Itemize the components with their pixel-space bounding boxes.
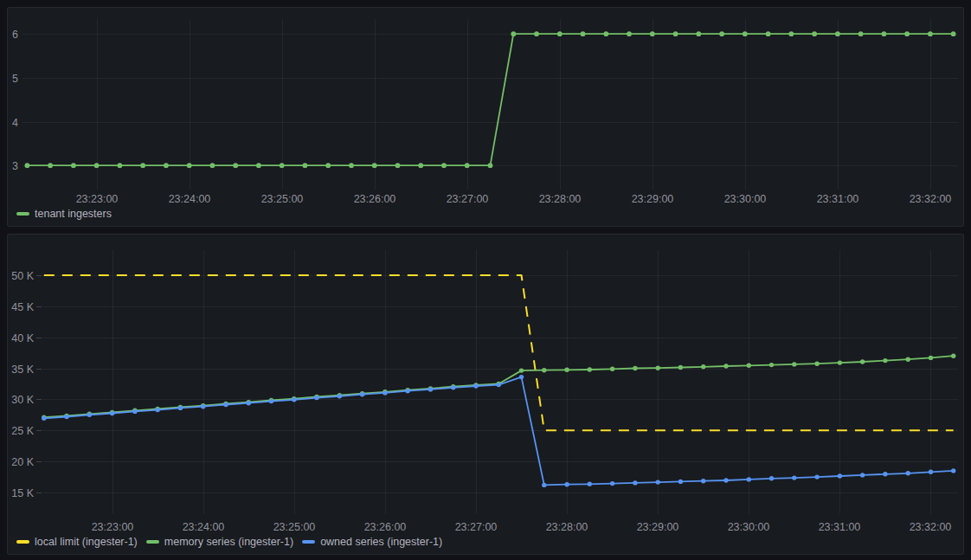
data-point	[465, 163, 470, 168]
x-tick-label: 23:23:00	[76, 193, 119, 205]
legend-ingester-series-limits: local limit (ingester-1)memory series (i…	[16, 535, 442, 549]
data-point	[418, 163, 423, 168]
grafana-dashboard: { "app": { "theme": { "page_bg": "#11121…	[0, 0, 971, 560]
y-tick-label: 5	[12, 73, 18, 85]
y-tick-label: 15 K	[11, 487, 34, 499]
chart-tenant-ingesters[interactable]: 23:23:0023:24:0023:25:0023:26:0023:27:00…	[8, 8, 963, 226]
data-point	[656, 480, 660, 484]
legend-item-tenant-ingesters[interactable]: tenant ingesters	[16, 207, 112, 221]
x-tick-label: 23:30:00	[728, 521, 770, 533]
legend-swatch-icon	[16, 540, 29, 544]
data-point	[673, 31, 678, 36]
data-point	[187, 163, 192, 168]
y-tick-label: 30 K	[11, 394, 34, 406]
data-point	[723, 478, 728, 482]
data-point	[633, 366, 637, 370]
data-point	[906, 471, 910, 475]
data-point	[519, 375, 524, 379]
chart-ingester-series-limits[interactable]: 23:23:0023:24:0023:25:0023:26:0023:27:00…	[8, 235, 963, 554]
data-point	[71, 163, 76, 168]
data-point	[610, 367, 614, 371]
data-point	[951, 31, 956, 36]
data-point	[325, 163, 331, 168]
legend-swatch-icon	[16, 212, 29, 216]
data-point	[292, 397, 296, 402]
data-point	[743, 31, 748, 36]
data-point	[534, 31, 539, 36]
data-point	[223, 402, 228, 407]
data-point	[766, 31, 771, 36]
data-point	[814, 362, 819, 366]
data-point	[610, 481, 614, 486]
data-point	[588, 367, 592, 371]
data-point	[132, 409, 137, 414]
data-point	[564, 482, 569, 486]
x-tick-label: 23:25:00	[273, 521, 316, 533]
data-point	[405, 389, 409, 393]
x-tick-label: 23:23:00	[92, 521, 134, 533]
legend-label: memory series (ingester-1)	[164, 535, 293, 549]
x-tick-label: 23:28:00	[546, 521, 588, 533]
x-axis: 23:23:0023:24:0023:25:0023:26:0023:27:00…	[92, 521, 952, 533]
x-tick-label: 23:27:00	[447, 193, 489, 205]
legend-swatch-icon	[146, 540, 159, 544]
data-point	[860, 359, 865, 364]
data-point	[788, 31, 794, 36]
data-point	[814, 474, 819, 479]
data-point	[542, 483, 546, 487]
x-tick-label: 23:32:00	[910, 521, 952, 533]
data-point	[951, 468, 955, 473]
data-point	[383, 390, 387, 395]
y-axis: 15 K20 K25 K30 K35 K40 K45 K50 K	[11, 270, 42, 499]
x-tick-label: 23:31:00	[817, 193, 859, 205]
data-point	[883, 358, 887, 363]
data-point	[678, 365, 683, 370]
series-tenant-ingesters	[25, 31, 956, 168]
data-point	[860, 473, 865, 477]
y-tick-label: 35 K	[11, 364, 34, 376]
data-point	[441, 163, 447, 168]
legend-item-owned-series-ingester-1[interactable]: owned series (ingester-1)	[302, 535, 442, 549]
data-point	[428, 387, 433, 391]
data-point	[542, 368, 546, 372]
legend-item-local-limit-ingester-1[interactable]: local limit (ingester-1)	[16, 535, 138, 549]
data-point	[678, 480, 683, 484]
data-point	[395, 163, 401, 168]
y-axis: 3456	[12, 29, 18, 172]
data-point	[603, 31, 608, 36]
data-point	[280, 163, 285, 168]
data-point	[723, 364, 728, 368]
data-point	[497, 383, 501, 387]
data-point	[110, 411, 114, 415]
x-tick-label: 23:27:00	[455, 521, 498, 533]
x-tick-label: 23:24:00	[183, 521, 225, 533]
y-tick-label: 40 K	[11, 332, 34, 344]
data-point	[269, 399, 273, 403]
data-point	[303, 163, 308, 168]
panel-ingester-series-limits: 23:23:0023:24:0023:25:0023:26:0023:27:00…	[7, 234, 964, 555]
x-tick-label: 23:25:00	[261, 193, 304, 205]
data-point	[451, 385, 455, 389]
y-tick-label: 20 K	[11, 456, 34, 468]
data-point	[247, 401, 251, 405]
legend-label: owned series (ingester-1)	[320, 535, 442, 549]
x-tick-label: 23:24:00	[169, 193, 211, 205]
x-tick-label: 23:26:00	[364, 521, 407, 533]
data-point	[627, 31, 632, 36]
data-point	[314, 396, 318, 400]
data-point	[650, 31, 655, 36]
data-point	[701, 479, 705, 483]
x-tick-label: 23:29:00	[637, 521, 679, 533]
data-point	[656, 366, 660, 370]
data-point	[48, 163, 53, 168]
data-point	[349, 163, 354, 168]
y-tick-label: 6	[12, 29, 18, 41]
x-tick-label: 23:29:00	[632, 193, 674, 205]
data-point	[882, 31, 887, 36]
data-point	[118, 163, 123, 168]
legend-item-memory-series-ingester-1[interactable]: memory series (ingester-1)	[146, 535, 293, 549]
y-tick-label: 50 K	[11, 270, 34, 282]
data-point	[769, 363, 774, 367]
data-point	[701, 364, 705, 369]
data-point	[94, 163, 100, 168]
